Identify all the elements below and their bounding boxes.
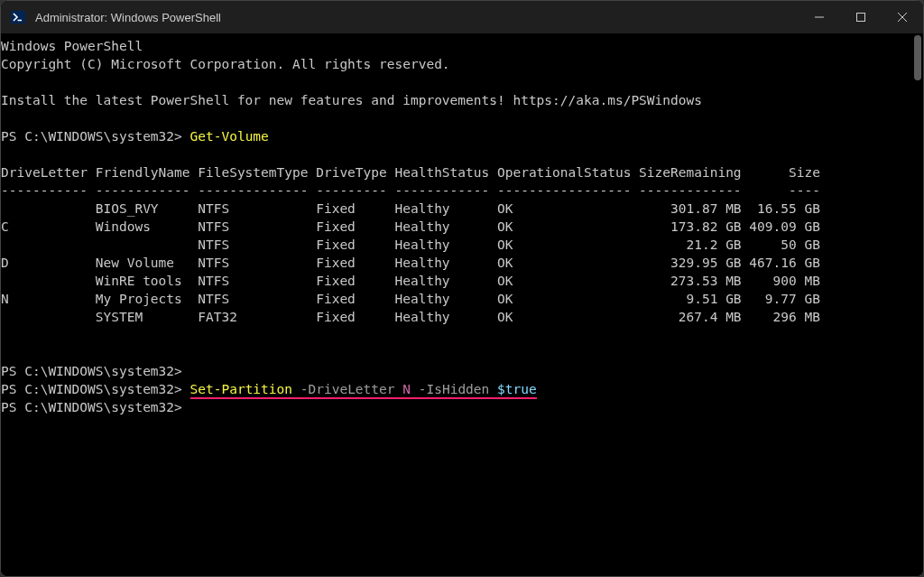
terminal-content: Windows PowerShell Copyright (C) Microso…: [1, 33, 923, 416]
powershell-window: Administrator: Windows PowerShell Window…: [0, 0, 924, 577]
param-driveletter: -DriveLetter: [292, 382, 395, 396]
window-controls: [799, 1, 923, 33]
titlebar[interactable]: Administrator: Windows PowerShell: [1, 1, 923, 33]
terminal-body[interactable]: Windows PowerShell Copyright (C) Microso…: [1, 33, 923, 576]
table-row: SYSTEM FAT32 Fixed Healthy OK 267.4 MB 2…: [1, 310, 820, 324]
param-ishidden: -IsHidden: [411, 382, 489, 396]
prompt: PS C:\WINDOWS\system32>: [1, 382, 182, 396]
prompt: PS C:\WINDOWS\system32>: [1, 364, 182, 378]
arg-drive-n: N: [395, 382, 411, 396]
prompt: PS C:\WINDOWS\system32>: [1, 129, 182, 144]
cmd-set-partition: Set-Partition: [190, 382, 293, 396]
table-row: C Windows NTFS Fixed Healthy OK 173.82 G…: [1, 219, 820, 234]
close-button[interactable]: [882, 1, 923, 33]
cmd-get-volume: Get-Volume: [190, 129, 269, 144]
table-row: BIOS_RVY NTFS Fixed Healthy OK 301.87 MB…: [1, 201, 820, 216]
table-row: N My Projects NTFS Fixed Healthy OK 9.51…: [1, 292, 820, 306]
arg-true: $true: [489, 382, 536, 396]
table-row: NTFS Fixed Healthy OK 21.2 GB 50 GB: [1, 237, 820, 252]
table-row: D New Volume NTFS Fixed Healthy OK 329.9…: [1, 256, 820, 270]
maximize-button[interactable]: [840, 1, 882, 33]
table-dashes-row: ----------- ------------ -------------- …: [1, 183, 820, 198]
svg-rect-3: [857, 14, 865, 22]
powershell-icon: [10, 9, 26, 25]
scrollbar-thumb[interactable]: [914, 35, 921, 80]
install-hint-line: Install the latest PowerShell for new fe…: [1, 93, 702, 107]
copyright-line: Copyright (C) Microsoft Corporation. All…: [1, 57, 450, 71]
prompt: PS C:\WINDOWS\system32>: [1, 400, 182, 414]
header-line: Windows PowerShell: [1, 39, 143, 53]
table-header-row: DriveLetter FriendlyName FileSystemType …: [1, 165, 820, 180]
text-cursor: [541, 35, 548, 48]
highlighted-command: Set-Partition -DriveLetter N -IsHidden $…: [190, 380, 537, 398]
table-row: WinRE tools NTFS Fixed Healthy OK 273.53…: [1, 274, 820, 288]
window-title: Administrator: Windows PowerShell: [35, 11, 221, 24]
minimize-button[interactable]: [799, 1, 840, 33]
